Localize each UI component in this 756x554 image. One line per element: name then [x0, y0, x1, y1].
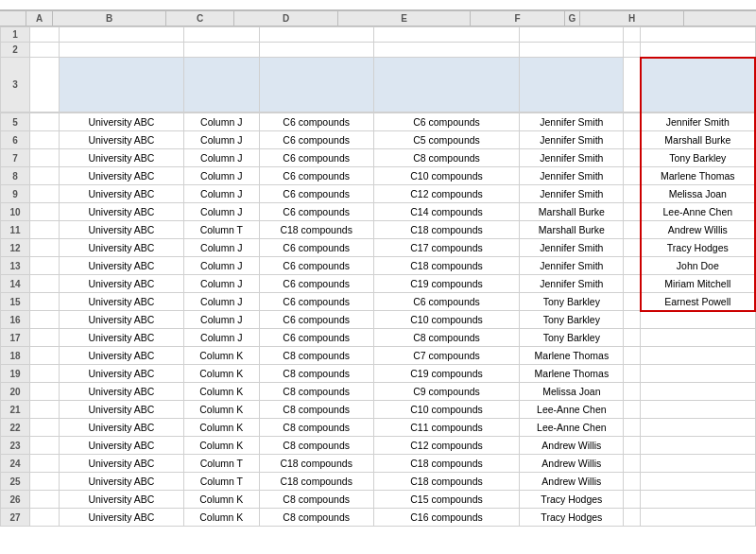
rownum-27: 27 [1, 509, 30, 527]
col-headers: A B C D E F G H [0, 11, 756, 26]
cell-a7 [29, 149, 59, 167]
cell-f23: Andrew Willis [520, 437, 624, 455]
col-a-header: A [26, 11, 53, 26]
cell-f18: Marlene Thomas [520, 347, 624, 365]
cell-c5: Column J [184, 113, 259, 131]
rownum-13: 13 [1, 257, 30, 275]
cell-f8: Jennifer Smith [520, 167, 624, 185]
cell-f10: Marshall Burke [520, 203, 624, 221]
cell-c27: Column K [184, 509, 259, 527]
cell-c13: Column J [184, 257, 259, 275]
cell-h26 [641, 491, 755, 509]
cell-g27 [624, 509, 641, 527]
cell-f24: Andrew Willis [520, 455, 624, 473]
cell-h20 [641, 383, 755, 401]
cell-d7: C6 compounds [259, 149, 373, 167]
cell-b1 [59, 27, 183, 43]
cell-h21 [641, 401, 755, 419]
cell-b27: University ABC [59, 509, 183, 527]
rownum-6: 6 [1, 131, 30, 149]
cell-g13 [624, 257, 641, 275]
sheet-table: 1 2 3 [0, 26, 756, 113]
cell-b12: University ABC [59, 239, 183, 257]
cell-h2 [641, 43, 755, 58]
cell-a15 [29, 293, 59, 311]
rownum-24: 24 [1, 455, 30, 473]
cell-a5 [29, 113, 59, 131]
cell-d27: C8 compounds [259, 509, 373, 527]
cell-a26 [29, 491, 59, 509]
cell-a17 [29, 329, 59, 347]
rownum-2: 2 [1, 43, 30, 58]
cell-a3 [29, 58, 59, 113]
cell-g11 [624, 221, 641, 239]
table-row: 16University ABCColumn JC6 compoundsC10 … [1, 311, 756, 329]
col-b-header: B [53, 11, 166, 26]
cell-g24 [624, 455, 641, 473]
table-row: 5University ABCColumn JC6 compoundsC6 co… [1, 113, 756, 131]
rownum-14: 14 [1, 275, 30, 293]
header-h [641, 58, 755, 113]
cell-h19 [641, 365, 755, 383]
cell-g7 [624, 149, 641, 167]
table-row: 21University ABCColumn KC8 compoundsC10 … [1, 401, 756, 419]
rownum-9: 9 [1, 185, 30, 203]
cell-d16: C6 compounds [259, 311, 373, 329]
cell-h14: Miriam Mitchell [641, 275, 755, 293]
cell-e18: C7 compounds [373, 347, 519, 365]
rownum-22: 22 [1, 419, 30, 437]
cell-c14: Column J [184, 275, 259, 293]
spreadsheet-title [0, 0, 756, 11]
cell-d19: C8 compounds [259, 365, 373, 383]
cell-a25 [29, 473, 59, 491]
cell-d5: C6 compounds [259, 113, 373, 131]
cell-c6: Column J [184, 131, 259, 149]
cell-c24: Column T [184, 455, 259, 473]
cell-h12: Tracy Hodges [641, 239, 755, 257]
cell-h13: John Doe [641, 257, 755, 275]
cell-f6: Jennifer Smith [520, 131, 624, 149]
table-row: 18University ABCColumn KC8 compoundsC7 c… [1, 347, 756, 365]
cell-b23: University ABC [59, 437, 183, 455]
cell-c7: Column J [184, 149, 259, 167]
cell-g10 [624, 203, 641, 221]
col-d-header: D [234, 11, 338, 26]
cell-a14 [29, 275, 59, 293]
data-table: 5University ABCColumn JC6 compoundsC6 co… [0, 113, 756, 527]
cell-e24: C18 compounds [373, 455, 519, 473]
cell-g8 [624, 167, 641, 185]
cell-d15: C6 compounds [259, 293, 373, 311]
cell-f19: Marlene Thomas [520, 365, 624, 383]
cell-c17: Column J [184, 329, 259, 347]
row-2: 2 [1, 43, 756, 58]
table-row: 22University ABCColumn KC8 compoundsC11 … [1, 419, 756, 437]
cell-b16: University ABC [59, 311, 183, 329]
cell-e26: C15 compounds [373, 491, 519, 509]
header-f [520, 58, 624, 113]
cell-f2 [520, 43, 624, 58]
cell-g17 [624, 329, 641, 347]
cell-d18: C8 compounds [259, 347, 373, 365]
cell-b24: University ABC [59, 455, 183, 473]
cell-c16: Column J [184, 311, 259, 329]
data-rows: 5University ABCColumn JC6 compoundsC6 co… [0, 113, 756, 527]
cell-c1 [184, 27, 259, 43]
cell-b8: University ABC [59, 167, 183, 185]
cell-h10: Lee-Anne Chen [641, 203, 755, 221]
cell-g6 [624, 131, 641, 149]
cell-f27: Tracy Hodges [520, 509, 624, 527]
cell-h5: Jennifer Smith [641, 113, 755, 131]
rownum-5: 5 [1, 113, 30, 131]
cell-a16 [29, 311, 59, 329]
cell-g1 [624, 27, 641, 43]
header-e [373, 58, 519, 113]
cell-e25: C18 compounds [373, 473, 519, 491]
row-1: 1 [1, 27, 756, 43]
cell-e11: C18 compounds [373, 221, 519, 239]
rownum-23: 23 [1, 437, 30, 455]
cell-d2 [259, 43, 373, 58]
rownum-20: 20 [1, 383, 30, 401]
cell-e9: C12 compounds [373, 185, 519, 203]
cell-d23: C8 compounds [259, 437, 373, 455]
cell-a19 [29, 365, 59, 383]
